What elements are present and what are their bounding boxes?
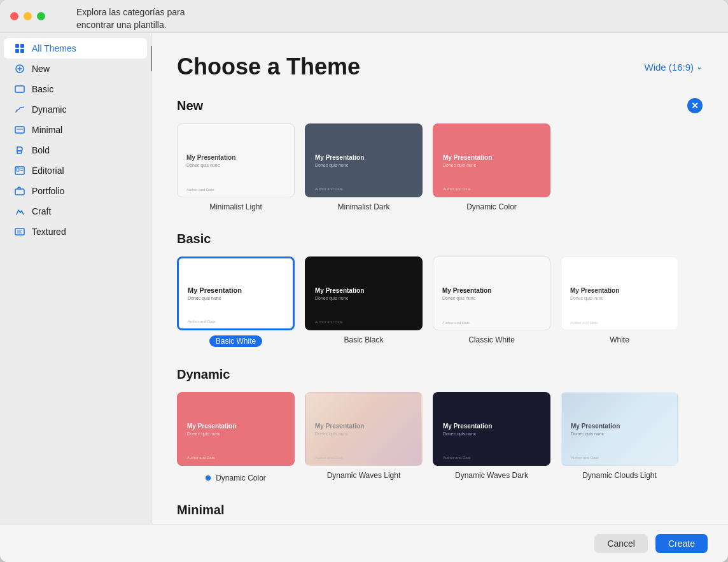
section-minimal: Minimal bbox=[177, 503, 703, 517]
selected-dot-indicator bbox=[206, 475, 211, 481]
thumb-subtitle: Donec quis nunc bbox=[186, 163, 285, 167]
editorial-icon bbox=[14, 165, 25, 176]
thumb-title: My Presentation bbox=[442, 287, 541, 294]
new-icon bbox=[14, 63, 25, 74]
thumb-subtitle: Donec quis nunc bbox=[571, 432, 668, 436]
svg-rect-12 bbox=[15, 189, 24, 195]
sidebar-item-bold[interactable]: Bold bbox=[4, 140, 147, 160]
svg-rect-3 bbox=[20, 49, 24, 53]
white-label: White bbox=[610, 335, 629, 344]
sidebar-item-editorial[interactable]: Editorial bbox=[4, 160, 147, 181]
sidebar-label-minimal: Minimal bbox=[32, 125, 62, 135]
minimize-button[interactable] bbox=[24, 12, 32, 20]
classic-white-label: Classic White bbox=[468, 335, 515, 344]
close-button[interactable] bbox=[10, 12, 18, 20]
sidebar-label-craft: Craft bbox=[32, 206, 51, 216]
sidebar-item-textured[interactable]: Textured bbox=[4, 221, 147, 242]
close-new-section-button[interactable]: ✕ bbox=[687, 98, 703, 113]
theme-card-minimalist-light[interactable]: My Presentation Donec quis nunc Author a… bbox=[177, 123, 295, 211]
classic-white-thumbnail[interactable]: My Presentation Donec quis nunc Author a… bbox=[433, 256, 550, 330]
craft-icon bbox=[14, 206, 25, 217]
sidebar-label-editorial: Editorial bbox=[32, 165, 64, 176]
dynamic-icon bbox=[14, 104, 25, 115]
thumb-subtitle: Donec quis nunc bbox=[570, 296, 669, 300]
aspect-ratio-label: Wide (16:9) bbox=[644, 62, 694, 73]
dynamic-waves-dark-thumbnail[interactable]: My Presentation Donec quis nunc Author a… bbox=[433, 392, 550, 466]
thumb-title: My Presentation bbox=[315, 423, 412, 430]
basic-black-thumbnail[interactable]: My Presentation Donec quis nunc Author a… bbox=[305, 256, 423, 330]
theme-card-minimalist-dark[interactable]: My Presentation Donec quis nunc Author a… bbox=[305, 123, 423, 211]
thumb-author: Author and Date bbox=[187, 456, 215, 460]
thumb-title: My Presentation bbox=[571, 423, 668, 430]
sidebar-item-new[interactable]: New bbox=[4, 59, 147, 79]
basic-themes-row: My Presentation Donec quis nunc Author a… bbox=[177, 256, 703, 347]
sidebar-item-dynamic[interactable]: Dynamic bbox=[4, 99, 147, 120]
dynamic-waves-light-thumbnail[interactable]: My Presentation Donec quis nunc Author a… bbox=[305, 392, 423, 466]
sidebar-label-all-themes: All Themes bbox=[32, 43, 76, 53]
page-title: Choose a Theme bbox=[177, 53, 360, 80]
theme-card-dynamic-waves-dark[interactable]: My Presentation Donec quis nunc Author a… bbox=[433, 392, 550, 482]
theme-card-basic-white[interactable]: My Presentation Donec quis nunc Author a… bbox=[177, 256, 295, 347]
thumb-title: My Presentation bbox=[187, 423, 284, 430]
sidebar-item-portfolio[interactable]: Portfolio bbox=[4, 181, 147, 201]
section-new-title: New bbox=[177, 99, 203, 113]
create-button[interactable]: Create bbox=[655, 534, 708, 553]
minimalist-light-label: Minimalist Light bbox=[209, 202, 262, 211]
theme-card-dynamic-waves-light[interactable]: My Presentation Donec quis nunc Author a… bbox=[305, 392, 423, 482]
traffic-lights bbox=[10, 12, 45, 20]
cancel-button[interactable]: Cancel bbox=[594, 534, 648, 553]
minimalist-dark-thumbnail[interactable]: My Presentation Donec quis nunc Author a… bbox=[305, 123, 423, 197]
section-minimal-header: Minimal bbox=[177, 503, 703, 517]
thumb-title: My Presentation bbox=[443, 423, 540, 430]
sidebar-label-bold: Bold bbox=[32, 145, 50, 155]
dynamic-color-new-label: Dynamic Color bbox=[466, 202, 517, 211]
thumb-author: Author and Date bbox=[186, 188, 214, 192]
sidebar-item-minimal[interactable]: Minimal bbox=[4, 120, 147, 140]
theme-card-dynamic-clouds-light[interactable]: My Presentation Donec quis nunc Author a… bbox=[561, 392, 678, 482]
basic-white-thumbnail[interactable]: My Presentation Donec quis nunc Author a… bbox=[177, 256, 295, 330]
dynamic-color-new-thumbnail[interactable]: My Presentation Donec quis nunc Author a… bbox=[433, 123, 550, 197]
aspect-ratio-dropdown[interactable]: Wide (16:9) ⌄ bbox=[644, 62, 703, 73]
thumb-author: Author and Date bbox=[188, 320, 216, 323]
theme-card-dynamic-color[interactable]: My Presentation Donec quis nunc Author a… bbox=[177, 392, 295, 482]
thumb-subtitle: Donec quis nunc bbox=[315, 432, 412, 436]
section-basic-header: Basic bbox=[177, 232, 703, 246]
new-themes-row: My Presentation Donec quis nunc Author a… bbox=[177, 123, 703, 211]
thumb-subtitle: Donec quis nunc bbox=[315, 296, 412, 300]
basic-white-label: Basic White bbox=[209, 335, 262, 347]
section-dynamic-title: Dynamic bbox=[177, 367, 230, 382]
main-layout: All Themes New Basic bbox=[0, 33, 728, 524]
thumb-title: My Presentation bbox=[315, 154, 412, 161]
basic-black-label: Basic Black bbox=[344, 335, 383, 344]
thumb-subtitle: Donec quis nunc bbox=[443, 432, 540, 436]
content-header: Choose a Theme Wide (16:9) ⌄ bbox=[177, 53, 703, 80]
theme-card-classic-white[interactable]: My Presentation Donec quis nunc Author a… bbox=[433, 256, 550, 347]
section-basic-title: Basic bbox=[177, 232, 211, 246]
content-area: Choose a Theme Wide (16:9) ⌄ New ✕ bbox=[151, 33, 728, 524]
thumb-title: My Presentation bbox=[186, 154, 285, 161]
dynamic-clouds-light-thumbnail[interactable]: My Presentation Donec quis nunc Author a… bbox=[561, 392, 678, 466]
footer: Cancel Create bbox=[0, 524, 728, 562]
thumb-author: Author and Date bbox=[443, 187, 471, 191]
minimalist-light-thumbnail[interactable]: My Presentation Donec quis nunc Author a… bbox=[177, 123, 295, 197]
sidebar-item-craft[interactable]: Craft bbox=[4, 201, 147, 221]
dynamic-color-thumbnail[interactable]: My Presentation Donec quis nunc Author a… bbox=[177, 392, 295, 466]
sidebar-item-all-themes[interactable]: All Themes bbox=[4, 38, 147, 59]
theme-card-white[interactable]: My Presentation Donec quis nunc Author a… bbox=[561, 256, 678, 347]
main-window: Explora las categorías para encontrar un… bbox=[0, 0, 728, 562]
sidebar: All Themes New Basic bbox=[0, 33, 151, 524]
thumb-author: Author and Date bbox=[442, 321, 470, 325]
section-new: New ✕ My Presentation Donec quis nunc Au… bbox=[177, 98, 703, 211]
theme-card-basic-black[interactable]: My Presentation Donec quis nunc Author a… bbox=[305, 256, 423, 347]
thumb-title: My Presentation bbox=[315, 287, 412, 294]
svg-rect-1 bbox=[20, 44, 24, 48]
sidebar-label-new: New bbox=[32, 64, 50, 74]
white-thumbnail[interactable]: My Presentation Donec quis nunc Author a… bbox=[561, 256, 678, 330]
thumb-author: Author and Date bbox=[571, 456, 599, 460]
theme-card-dynamic-color-new[interactable]: My Presentation Donec quis nunc Author a… bbox=[433, 123, 550, 211]
maximize-button[interactable] bbox=[37, 12, 45, 20]
sidebar-item-basic[interactable]: Basic bbox=[4, 79, 147, 99]
section-minimal-title: Minimal bbox=[177, 503, 224, 517]
svg-rect-2 bbox=[15, 49, 19, 53]
section-dynamic: Dynamic My Presentation Donec quis nunc … bbox=[177, 367, 703, 482]
